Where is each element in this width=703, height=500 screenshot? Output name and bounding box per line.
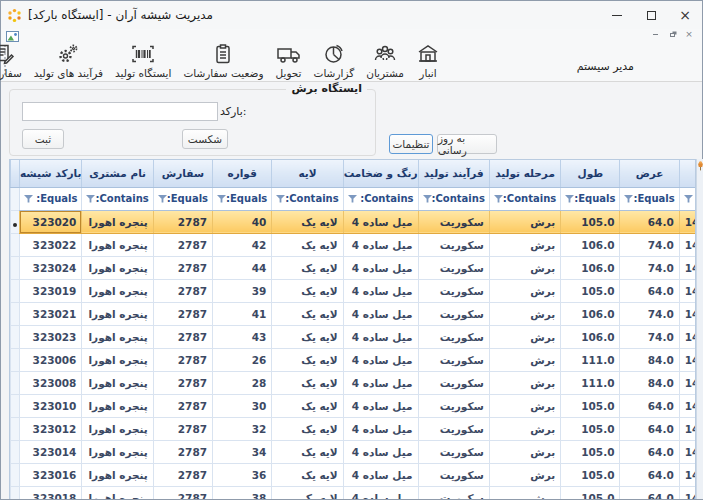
toolbar-item-warehouse[interactable]: انبار [410,42,446,79]
cell-size[interactable]: 41 [213,302,272,325]
cell-cut_time[interactable]: 1403/8/12 16:58 [679,417,696,440]
cell-length[interactable]: 105.0 [561,417,620,440]
cell-cut_time[interactable]: 1403/8/12 16:59 [679,371,696,394]
table-row[interactable]: 441403/8/12 16:5864.0105.0برشسکوریتمیل س… [11,440,697,463]
cell-width[interactable]: 64.0 [620,394,679,417]
column-header-length[interactable]: طول [561,160,620,187]
cell-process[interactable]: سکوریت [418,417,489,440]
table-row[interactable]: 441403/8/12 16:5864.0105.0برشسکوریتمیل س… [11,463,697,486]
cell-order[interactable]: 2787 [153,440,212,463]
cell-customer[interactable]: پنجره اهورا [82,440,153,463]
cell-barcode[interactable]: 323021 [20,302,82,325]
cell-stage[interactable]: برش [489,325,560,348]
filter-cell-barcode[interactable]: Equals: [20,187,82,210]
column-header-order[interactable]: سفارش [153,160,212,187]
cell-stage[interactable]: برش [489,302,560,325]
cell-size[interactable]: 42 [213,233,272,256]
table-row[interactable]: 441403/8/12 16:5974.0106.0برشسکوریتمیل س… [11,233,697,256]
cell-width[interactable]: 74.0 [620,256,679,279]
cell-width[interactable]: 64.0 [620,417,679,440]
cell-order[interactable]: 2787 [153,302,212,325]
cell-barcode[interactable]: 323010 [20,394,82,417]
cell-process[interactable]: سکوریت [418,348,489,371]
cell-process[interactable]: سکوریت [418,302,489,325]
cell-cut_time[interactable]: 1403/8/12 16:58 [679,463,696,486]
column-header-color[interactable]: رنگ و ضخامت [343,160,418,187]
cell-barcode[interactable]: 323023 [20,325,82,348]
cell-color[interactable]: میل ساده 4 [343,417,418,440]
cell-customer[interactable]: پنجره اهورا [82,463,153,486]
cell-width[interactable]: 64.0 [620,279,679,302]
cell-color[interactable]: میل ساده 4 [343,463,418,486]
cell-layer[interactable]: لایه یک [272,417,343,440]
cell-layer[interactable]: لایه یک [272,279,343,302]
cell-layer[interactable]: لایه یک [272,210,343,233]
cell-length[interactable]: 105.0 [561,394,620,417]
cell-customer[interactable]: پنجره اهورا [82,279,153,302]
table-row[interactable]: 441403/8/12 16:5974.0106.0برشسکوریتمیل س… [11,325,697,348]
cell-cut_time[interactable]: 1403/8/12 16:59 [679,348,696,371]
table-row[interactable]: 441403/8/12 16:5974.0106.0برشسکوریتمیل س… [11,302,697,325]
cell-cut_time[interactable]: 1403/8/12 16:59 [679,302,696,325]
cell-order[interactable]: 2787 [153,348,212,371]
cell-barcode[interactable]: 323019 [20,279,82,302]
mdi-restore-button[interactable] [665,29,679,40]
cell-color[interactable]: میل ساده 4 [343,486,418,499]
cell-stage[interactable]: برش [489,233,560,256]
cell-barcode[interactable]: 323020 [20,210,82,233]
cell-stage[interactable]: برش [489,463,560,486]
cell-customer[interactable]: پنجره اهورا [82,302,153,325]
cell-cut_time[interactable]: 1403/8/12 16:59 [679,394,696,417]
cell-width[interactable]: 74.0 [620,302,679,325]
filter-cell-layer[interactable]: Contains: [272,187,343,210]
cell-process[interactable]: سکوریت [418,394,489,417]
column-header-customer[interactable]: نام مشتری [82,160,153,187]
cell-customer[interactable]: پنجره اهورا [82,348,153,371]
cell-stage[interactable]: برش [489,417,560,440]
toolbar-item-order[interactable]: سفارش [0,42,28,79]
cell-stage[interactable]: برش [489,279,560,302]
cell-stage[interactable]: برش [489,371,560,394]
table-row[interactable]: 441403/8/12 16:5964.0105.0برشسکوریتمیل س… [11,279,697,302]
mdi-minimize-button[interactable] [648,29,662,40]
column-header-cut_time[interactable]: برش شیشه [679,160,696,187]
cell-process[interactable]: سکوریت [418,210,489,233]
cell-order[interactable]: 2787 [153,394,212,417]
cell-size[interactable]: 43 [213,325,272,348]
cell-color[interactable]: میل ساده 4 [343,279,418,302]
cell-color[interactable]: میل ساده 4 [343,302,418,325]
cell-process[interactable]: سکوریت [418,325,489,348]
cell-layer[interactable]: لایه یک [272,463,343,486]
refresh-button[interactable]: به روز رسانی [437,134,497,154]
cell-barcode[interactable]: 323016 [20,463,82,486]
table-row[interactable]: 441403/8/12 16:5974.0106.0برشسکوریتمیل س… [11,256,697,279]
cell-length[interactable]: 106.0 [561,325,620,348]
vertical-scrollbar[interactable] [696,159,703,499]
cell-length[interactable]: 105.0 [561,463,620,486]
cell-layer[interactable]: لایه یک [272,394,343,417]
cell-color[interactable]: میل ساده 4 [343,371,418,394]
cell-layer[interactable]: لایه یک [272,233,343,256]
cell-stage[interactable]: برش [489,256,560,279]
cell-length[interactable]: 105.0 [561,440,620,463]
cell-layer[interactable]: لایه یک [272,348,343,371]
cell-process[interactable]: سکوریت [418,440,489,463]
cell-order[interactable]: 2787 [153,256,212,279]
cell-order[interactable]: 2787 [153,325,212,348]
cell-length[interactable]: 105.0 [561,486,620,499]
mdi-close-button[interactable]: × [682,29,696,40]
cell-width[interactable]: 84.0 [620,371,679,394]
cell-color[interactable]: میل ساده 4 [343,325,418,348]
cell-cut_time[interactable]: 1403/8/12 16:59 [679,210,696,233]
filter-cell-color[interactable]: Contains: [343,187,418,210]
cell-cut_time[interactable]: 1403/8/12 16:59 [679,256,696,279]
cell-order[interactable]: 2787 [153,486,212,499]
cell-color[interactable]: میل ساده 4 [343,394,418,417]
cell-length[interactable]: 105.0 [561,210,620,233]
filter-cell-customer[interactable]: Contains: [82,187,153,210]
cell-color[interactable]: میل ساده 4 [343,348,418,371]
table-row[interactable]: 441403/8/12 16:5964.0105.0برشسکوریتمیل س… [11,210,697,233]
cell-stage[interactable]: برش [489,440,560,463]
cell-cut_time[interactable]: 1403/8/12 16:59 [679,233,696,256]
cell-layer[interactable]: لایه یک [272,325,343,348]
